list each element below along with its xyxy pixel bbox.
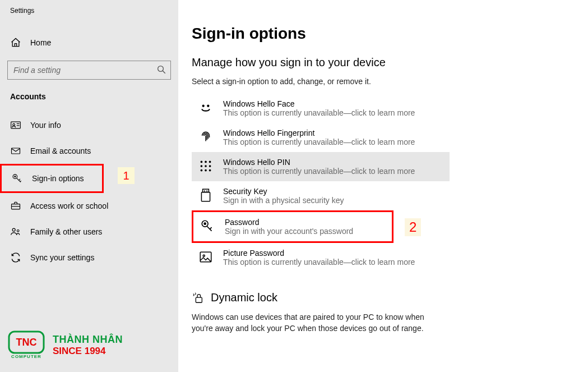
home-icon xyxy=(10,37,22,48)
instruction-text: Select a sign-in option to add, change, … xyxy=(192,77,582,86)
logo-block: TNC COMPUTER THÀNH NHÂN SINCE 1994 xyxy=(8,329,123,361)
svg-rect-35 xyxy=(196,297,202,302)
option-desc: This option is currently unavailable—cli… xyxy=(223,167,443,176)
dynamic-lock-icon xyxy=(192,292,205,304)
svg-point-21 xyxy=(201,165,203,167)
svg-point-20 xyxy=(209,161,211,163)
sidebar-item-access-work[interactable]: Access work or school xyxy=(0,193,178,219)
subtitle: Manage how you sign in to your device xyxy=(192,56,582,69)
sidebar-item-sync[interactable]: Sync your settings xyxy=(0,245,178,270)
svg-point-26 xyxy=(209,169,211,172)
sidebar-item-label: Access work or school xyxy=(30,201,108,210)
option-title: Windows Hello Fingerprint xyxy=(223,128,443,137)
svg-line-1 xyxy=(163,71,165,74)
sidebar-item-email-accounts[interactable]: Email & accounts xyxy=(0,138,178,164)
sidebar-item-label: Email & accounts xyxy=(30,146,91,155)
option-desc: This option is currently unavailable—cli… xyxy=(223,108,443,117)
main-content: Sign-in options Manage how you sign in t… xyxy=(178,0,582,334)
svg-point-23 xyxy=(209,165,211,167)
svg-point-24 xyxy=(201,169,203,172)
svg-point-8 xyxy=(15,176,16,177)
option-title: Picture Password xyxy=(223,249,443,258)
svg-point-32 xyxy=(204,223,206,224)
search-wrap xyxy=(7,61,171,80)
svg-point-25 xyxy=(205,169,207,172)
dynamic-lock-title: Dynamic lock xyxy=(211,291,277,304)
option-desc: Sign in with your account's password xyxy=(225,227,385,236)
sidebar-item-label: Sign-in options xyxy=(32,174,84,183)
option-desc: This option is currently unavailable—cli… xyxy=(223,137,443,146)
password-key-icon xyxy=(200,219,217,233)
annotation-badge-2: 2 xyxy=(405,218,421,236)
option-desc: Sign in with a physical security key xyxy=(223,196,443,205)
usb-key-icon xyxy=(198,188,215,203)
dynamic-lock-desc: Windows can use devices that are paired … xyxy=(192,312,438,334)
key-icon xyxy=(12,173,24,184)
svg-point-12 xyxy=(17,230,19,232)
user-card-icon xyxy=(10,120,22,131)
svg-point-3 xyxy=(13,123,15,126)
svg-rect-28 xyxy=(201,192,210,201)
face-icon xyxy=(198,100,215,115)
search-input[interactable] xyxy=(7,61,171,80)
option-password[interactable]: Password Sign in with your account's pas… xyxy=(192,210,393,243)
svg-point-18 xyxy=(201,161,203,163)
window-title: Settings xyxy=(0,4,178,15)
sidebar-section-accounts: Accounts xyxy=(0,80,178,104)
svg-point-11 xyxy=(12,228,15,231)
logo-name: THÀNH NHÂN xyxy=(53,334,123,346)
sidebar-item-label: Your info xyxy=(30,121,61,130)
sidebar-item-label: Family & other users xyxy=(30,227,102,236)
svg-point-0 xyxy=(158,66,164,72)
option-title: Windows Hello PIN xyxy=(223,158,443,167)
option-hello-face[interactable]: Windows Hello Face This option is curren… xyxy=(192,94,450,123)
logo-since: SINCE 1994 xyxy=(53,346,123,357)
mail-icon xyxy=(10,145,22,157)
svg-text:COMPUTER: COMPUTER xyxy=(11,354,41,359)
sidebar-item-signin-options[interactable]: Sign-in options xyxy=(0,164,104,193)
tnc-logo-icon: TNC COMPUTER xyxy=(8,329,48,361)
signin-option-list: Windows Hello Face This option is curren… xyxy=(192,94,450,272)
option-desc: This option is currently unavailable—cli… xyxy=(223,258,443,267)
svg-rect-6 xyxy=(12,148,20,154)
sidebar-home-label: Home xyxy=(30,38,51,47)
sidebar-item-your-info[interactable]: Your info xyxy=(0,112,178,138)
svg-point-22 xyxy=(205,165,207,167)
option-title: Password xyxy=(225,218,385,227)
option-hello-pin[interactable]: Windows Hello PIN This option is current… xyxy=(192,152,450,181)
briefcase-icon xyxy=(10,200,22,212)
dynamic-lock-heading: Dynamic lock xyxy=(192,291,582,304)
sidebar-home[interactable]: Home xyxy=(0,31,178,54)
svg-text:TNC: TNC xyxy=(16,337,37,348)
sidebar: Settings Home Accounts Your info xyxy=(0,0,178,372)
page-title: Sign-in options xyxy=(192,25,582,43)
svg-point-16 xyxy=(202,105,205,107)
sidebar-item-label: Sync your settings xyxy=(30,253,94,262)
pin-keypad-icon xyxy=(198,159,215,173)
people-icon xyxy=(10,226,22,237)
picture-icon xyxy=(198,250,215,264)
svg-point-17 xyxy=(207,105,209,107)
option-title: Security Key xyxy=(223,187,443,196)
sync-icon xyxy=(10,252,22,263)
fingerprint-icon xyxy=(198,130,215,144)
option-picture-password[interactable]: Picture Password This option is currentl… xyxy=(192,243,450,272)
svg-point-34 xyxy=(203,255,205,256)
option-title: Windows Hello Face xyxy=(223,99,443,108)
option-hello-fingerprint[interactable]: Windows Hello Fingerprint This option is… xyxy=(192,123,450,152)
option-security-key[interactable]: Security Key Sign in with a physical sec… xyxy=(192,181,450,210)
svg-rect-27 xyxy=(203,189,209,192)
search-icon xyxy=(156,65,166,75)
annotation-badge-1: 1 xyxy=(118,167,135,184)
sidebar-item-family[interactable]: Family & other users xyxy=(0,219,178,245)
svg-point-19 xyxy=(205,161,207,163)
